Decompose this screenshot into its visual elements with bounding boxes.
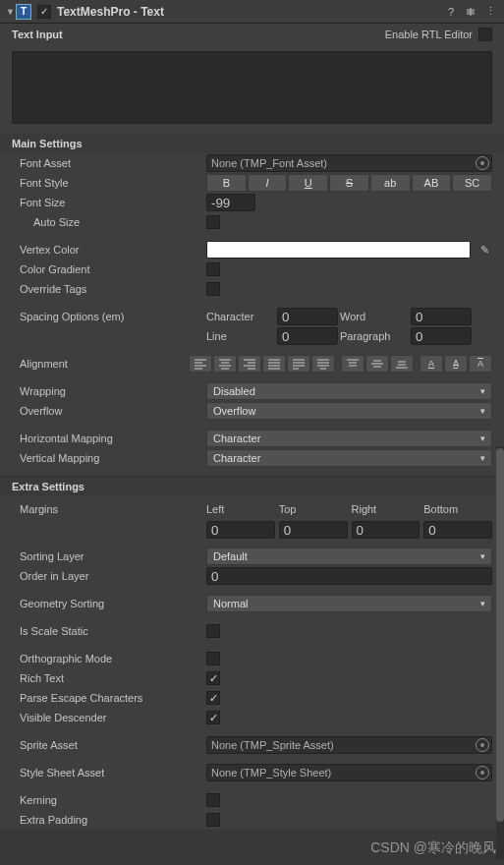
override-tags-checkbox[interactable]	[206, 282, 220, 296]
overflow-dropdown[interactable]: Overflow	[206, 402, 492, 420]
object-picker-icon[interactable]	[476, 738, 489, 752]
wrapping-dropdown[interactable]: Disabled	[206, 382, 492, 400]
preset-icon[interactable]	[463, 4, 478, 20]
spacing-label: Spacing Options (em)	[20, 311, 206, 322]
color-gradient-checkbox[interactable]	[206, 262, 220, 276]
wrapping-label: Wrapping	[20, 385, 206, 397]
align-capline-button[interactable]: A	[469, 355, 492, 373]
text-input-area[interactable]	[12, 51, 492, 124]
foldout-icon[interactable]: ▼	[6, 7, 16, 17]
vertex-color-field[interactable]	[206, 241, 471, 259]
parse-escape-label: Parse Escape Characters	[20, 692, 206, 704]
enabled-checkbox[interactable]: ✓	[37, 5, 51, 19]
v-mapping-label: Vertical Mapping	[20, 452, 206, 464]
ortho-label: Orthographic Mode	[20, 653, 206, 664]
font-style-label: Font Style	[20, 177, 206, 189]
extra-settings-header[interactable]: Extra Settings	[0, 476, 504, 495]
text-input-label: Text Input	[12, 29, 385, 40]
v-mapping-dropdown[interactable]: Character	[206, 449, 492, 467]
sorting-layer-label: Sorting Layer	[20, 550, 206, 562]
style-sheet-field[interactable]: None (TMP_Style Sheet)	[206, 764, 492, 781]
lowercase-button[interactable]: ab	[370, 174, 411, 192]
align-baseline-button[interactable]: A	[420, 355, 443, 373]
order-layer-label: Order in Layer	[20, 570, 206, 582]
h-mapping-dropdown[interactable]: Character	[206, 430, 492, 447]
align-justify-button[interactable]	[262, 355, 286, 373]
align-left-button[interactable]	[189, 355, 212, 373]
text-input-header: Text Input Enable RTL Editor	[0, 24, 504, 45]
scale-static-label: Is Scale Static	[20, 625, 206, 637]
menu-icon[interactable]: ⋮	[482, 4, 498, 20]
underline-button[interactable]: U	[288, 174, 328, 192]
align-geo-button[interactable]	[311, 355, 335, 373]
scroll-thumb[interactable]	[496, 448, 504, 822]
spacing-word-input[interactable]	[411, 308, 472, 325]
kerning-label: Kerning	[20, 794, 206, 806]
smallcaps-button[interactable]: SC	[452, 174, 492, 192]
margin-bottom-label: Bottom	[423, 503, 492, 519]
h-mapping-label: Horizontal Mapping	[20, 432, 206, 444]
align-center-button[interactable]	[213, 355, 237, 373]
eyedropper-icon[interactable]: ✎	[476, 242, 492, 258]
parse-escape-checkbox[interactable]	[206, 691, 220, 705]
margin-right-input[interactable]	[352, 521, 420, 539]
geom-sort-dropdown[interactable]: Normal	[206, 595, 492, 612]
margin-top-label: Top	[279, 503, 348, 519]
spacing-line-label: Line	[206, 330, 277, 342]
kerning-checkbox[interactable]	[206, 793, 220, 807]
margins-label: Margins	[20, 503, 206, 539]
margin-top-input[interactable]	[279, 521, 348, 539]
font-size-input[interactable]	[206, 194, 255, 211]
uppercase-button[interactable]: AB	[412, 174, 452, 192]
rich-text-label: Rich Text	[20, 672, 206, 684]
bold-button[interactable]: B	[206, 174, 247, 192]
align-top-button[interactable]	[341, 355, 364, 373]
color-gradient-label: Color Gradient	[20, 263, 206, 275]
sorting-layer-dropdown[interactable]: Default	[206, 548, 492, 565]
component-header: ▼ T ✓ TextMeshPro - Text ? ⋮	[0, 0, 504, 24]
style-sheet-label: Style Sheet Asset	[20, 767, 206, 778]
align-bottom-button[interactable]	[390, 355, 414, 373]
alignment-label: Alignment	[20, 358, 189, 370]
spacing-char-input[interactable]	[277, 308, 338, 325]
override-tags-label: Override Tags	[20, 283, 206, 295]
auto-size-label: Auto Size	[20, 216, 206, 228]
order-layer-input[interactable]	[206, 567, 492, 585]
font-asset-field[interactable]: None (TMP_Font Asset)	[206, 154, 492, 172]
margin-left-input[interactable]	[206, 521, 275, 539]
italic-button[interactable]: I	[248, 174, 288, 192]
align-flush-button[interactable]	[287, 355, 310, 373]
scrollbar[interactable]	[496, 446, 504, 859]
component-title: TextMeshPro - Text	[57, 5, 439, 19]
margin-left-label: Left	[206, 503, 275, 519]
font-asset-value: None (TMP_Font Asset)	[211, 157, 327, 169]
margin-bottom-input[interactable]	[423, 521, 492, 539]
ortho-checkbox[interactable]	[206, 652, 220, 665]
font-asset-label: Font Asset	[20, 157, 206, 169]
align-right-button[interactable]	[238, 355, 261, 373]
object-picker-icon[interactable]	[476, 766, 489, 779]
spacing-line-input[interactable]	[277, 327, 338, 345]
auto-size-checkbox[interactable]	[206, 215, 220, 229]
align-middle-button[interactable]	[365, 355, 389, 373]
sprite-asset-field[interactable]: None (TMP_Sprite Asset)	[206, 736, 492, 754]
sprite-asset-label: Sprite Asset	[20, 739, 206, 751]
component-icon: T	[16, 4, 31, 20]
spacing-char-label: Character	[206, 311, 277, 322]
overflow-label: Overflow	[20, 405, 206, 417]
object-picker-icon[interactable]	[476, 156, 489, 170]
main-settings-header[interactable]: Main Settings	[0, 134, 504, 153]
rtl-checkbox[interactable]	[478, 28, 492, 41]
extra-padding-checkbox[interactable]	[206, 813, 220, 827]
align-midline-button[interactable]: A̲	[444, 355, 468, 373]
visible-desc-label: Visible Descender	[20, 712, 206, 723]
spacing-para-input[interactable]	[411, 327, 472, 345]
vertex-color-label: Vertex Color	[20, 244, 206, 256]
rich-text-checkbox[interactable]	[206, 671, 220, 685]
font-style-buttons: B I U S ab AB SC	[206, 174, 492, 192]
help-icon[interactable]: ?	[443, 4, 459, 20]
spacing-word-label: Word	[340, 311, 411, 322]
strike-button[interactable]: S	[329, 174, 369, 192]
scale-static-checkbox[interactable]	[206, 624, 220, 638]
visible-desc-checkbox[interactable]	[206, 711, 220, 724]
